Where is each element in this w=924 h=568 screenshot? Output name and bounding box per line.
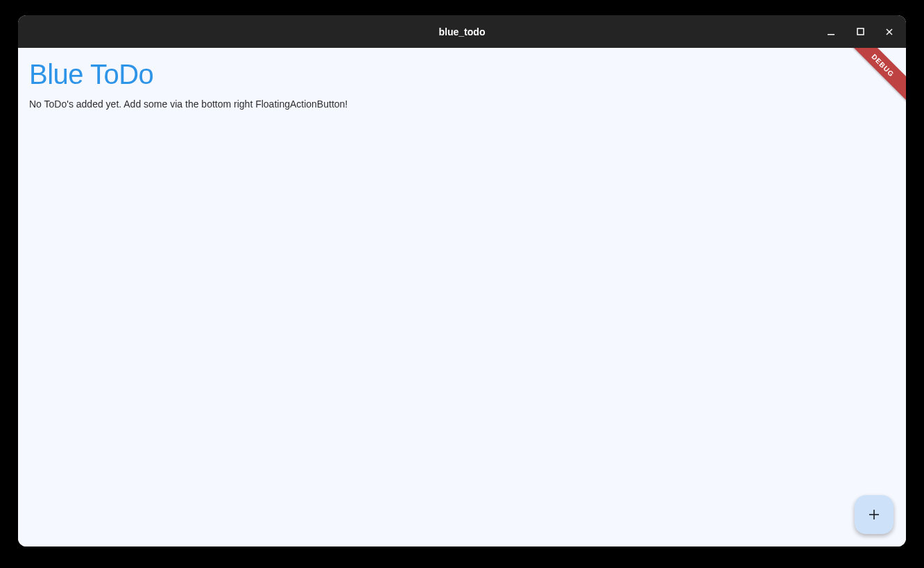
add-todo-button[interactable] — [855, 495, 893, 534]
minimize-button[interactable] — [823, 24, 839, 40]
empty-state-text: No ToDo's added yet. Add some via the bo… — [29, 98, 895, 110]
minimize-icon — [827, 28, 835, 36]
close-button[interactable] — [881, 24, 898, 40]
app-body: Blue ToDo No ToDo's added yet. Add some … — [18, 48, 906, 547]
svg-rect-1 — [857, 28, 864, 35]
close-icon — [885, 28, 893, 36]
window-controls — [823, 15, 898, 48]
maximize-icon — [857, 28, 864, 35]
svg-rect-0 — [828, 34, 835, 35]
plus-icon — [866, 506, 882, 523]
titlebar: blue_todo — [18, 15, 906, 48]
app-window: blue_todo Blue ToDo No ToDo's added — [18, 15, 906, 547]
page-title: Blue ToDo — [29, 59, 895, 90]
window-title: blue_todo — [439, 26, 486, 37]
maximize-button[interactable] — [852, 24, 869, 40]
